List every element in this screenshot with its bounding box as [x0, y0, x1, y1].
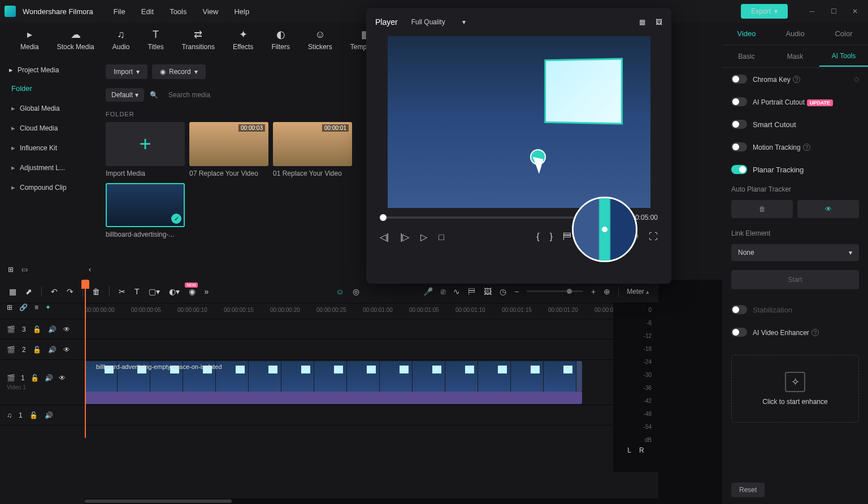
- lock-icon[interactable]: 🔓: [33, 346, 41, 354]
- billboard-region[interactable]: [544, 58, 623, 125]
- undo-icon[interactable]: ↶: [51, 287, 58, 296]
- thumb-import[interactable]: + Import Media: [106, 122, 185, 177]
- tab-titles[interactable]: TTitles: [138, 26, 172, 53]
- layers-icon[interactable]: ≡: [34, 303, 38, 311]
- mark-out-button[interactable]: }: [550, 232, 553, 242]
- tab-filters[interactable]: ◐Filters: [262, 26, 299, 53]
- export-button[interactable]: Export▾: [741, 4, 788, 19]
- menu-file[interactable]: File: [107, 5, 132, 18]
- props-tab-video[interactable]: Video: [722, 24, 771, 44]
- player-tab[interactable]: Player: [375, 18, 398, 27]
- sidebar-item-folder[interactable]: Folder: [0, 79, 99, 98]
- mixer-icon[interactable]: ⎚: [441, 287, 445, 296]
- enhance-box[interactable]: ✧ Click to start enhance: [731, 355, 859, 423]
- player-scrubber[interactable]: [380, 216, 587, 219]
- thumb-billboard[interactable]: ✓ billboard-advertising-...: [106, 183, 185, 238]
- sidebar-item-adjustment[interactable]: ▸ Adjustment L...: [0, 158, 99, 177]
- fit-icon[interactable]: ⊕: [604, 287, 610, 296]
- eye-icon[interactable]: 👁: [59, 374, 66, 382]
- mute-icon[interactable]: 🔊: [45, 374, 53, 382]
- grid-icon[interactable]: ▦: [639, 18, 645, 26]
- magnet-icon[interactable]: ▦: [9, 287, 16, 296]
- mute-icon[interactable]: 🔊: [48, 346, 57, 354]
- tab-effects[interactable]: ✦Effects: [224, 26, 262, 53]
- motion-tracking-toggle[interactable]: [731, 142, 747, 151]
- fullscreen-button[interactable]: ⛶: [649, 232, 658, 242]
- chroma-key-toggle[interactable]: [731, 75, 747, 84]
- text-tool-icon[interactable]: T: [134, 287, 140, 296]
- subtab-basic[interactable]: Basic: [722, 47, 771, 66]
- info-icon[interactable]: ?: [803, 144, 810, 151]
- select-icon[interactable]: ⬈: [25, 287, 32, 296]
- lock-icon[interactable]: 🔓: [31, 374, 39, 382]
- play-button[interactable]: ▷: [420, 232, 427, 242]
- mic-icon[interactable]: 🎤: [423, 287, 433, 296]
- auto-icon[interactable]: ✦: [45, 303, 51, 311]
- sort-dropdown[interactable]: Default ▾: [106, 88, 144, 102]
- planar-tracking-toggle[interactable]: [731, 165, 747, 174]
- info-icon[interactable]: ?: [793, 76, 800, 83]
- import-button[interactable]: Import ▾: [106, 64, 147, 79]
- thumb-video-07[interactable]: 00:00:03 07 Replace Your Video: [189, 122, 268, 177]
- subtab-ai-tools[interactable]: AI Tools: [819, 46, 868, 67]
- lock-icon[interactable]: 🔓: [29, 411, 38, 419]
- sidebar-item-influence[interactable]: ▸ Influence Kit: [0, 138, 99, 158]
- minimize-button[interactable]: ─: [804, 3, 821, 20]
- timeline-ruler[interactable]: ⊞ 🔗 ≡ ✦ 00:00:00:0000:00:00:0500:00:00:1…: [0, 303, 658, 319]
- close-button[interactable]: ✕: [847, 3, 863, 20]
- prev-frame-button[interactable]: ◁|: [380, 232, 389, 242]
- record-button[interactable]: ◉ Record ▾: [152, 64, 206, 79]
- wave-icon[interactable]: ∿: [453, 287, 460, 296]
- audio-clip[interactable]: [85, 392, 582, 404]
- next-frame-button[interactable]: |▷: [400, 232, 409, 242]
- zoom-out-icon[interactable]: −: [514, 287, 519, 296]
- crop-icon[interactable]: ▢▾: [149, 287, 160, 296]
- maximize-button[interactable]: ☐: [825, 3, 842, 20]
- stop-button[interactable]: □: [439, 232, 444, 242]
- split-icon[interactable]: ✂: [119, 287, 125, 296]
- menu-view[interactable]: View: [196, 5, 225, 18]
- timeline-scrollbar[interactable]: [85, 498, 658, 504]
- link-icon[interactable]: 🔗: [19, 303, 28, 311]
- menu-edit[interactable]: Edit: [134, 5, 160, 18]
- subtab-mask[interactable]: Mask: [771, 47, 819, 66]
- link-element-dropdown[interactable]: None▾: [731, 244, 859, 261]
- menu-tools[interactable]: Tools: [163, 5, 193, 18]
- image-icon[interactable]: 🖼: [484, 287, 492, 296]
- show-tracker-button[interactable]: 👁: [797, 200, 859, 218]
- folder-icon[interactable]: ▭: [21, 266, 28, 273]
- sidebar-item-compound[interactable]: ▸ Compound Clip: [0, 177, 99, 197]
- smart-cutout-toggle[interactable]: [731, 120, 747, 129]
- video-clip[interactable]: billboard-advertising-empty-space-on-iso…: [85, 361, 582, 392]
- marker-tool-icon[interactable]: ⛿: [468, 287, 476, 296]
- props-tab-color[interactable]: Color: [819, 24, 868, 44]
- menu-help[interactable]: Help: [227, 5, 256, 18]
- speed-icon[interactable]: ◐▾: [169, 287, 180, 296]
- thumb-video-01[interactable]: 00:00:01 01 Replace Your Video: [273, 122, 352, 177]
- snapshot-icon[interactable]: 🖼: [656, 18, 662, 26]
- mark-in-button[interactable]: {: [536, 232, 539, 242]
- clock-icon[interactable]: ◷: [500, 287, 506, 296]
- tab-stickers[interactable]: ☺Stickers: [299, 26, 341, 53]
- zoom-slider[interactable]: [527, 290, 583, 292]
- tab-media[interactable]: ▸Media: [11, 26, 48, 53]
- add-track-icon[interactable]: ⊞: [7, 303, 12, 311]
- info-icon[interactable]: ?: [811, 329, 819, 336]
- sidebar-item-global[interactable]: ▸ Global Media: [0, 98, 99, 118]
- new-folder-icon[interactable]: ⊞: [8, 266, 14, 273]
- circle-icon[interactable]: ◎: [353, 287, 359, 296]
- collapse-icon[interactable]: ‹: [89, 266, 91, 273]
- stabilization-toggle[interactable]: [731, 305, 747, 314]
- meter-label[interactable]: Meter ▴: [627, 288, 649, 296]
- lock-icon[interactable]: 🔓: [33, 325, 41, 333]
- color-icon[interactable]: ◉NEW: [189, 287, 196, 296]
- more-tools-icon[interactable]: »: [205, 287, 209, 296]
- video-preview[interactable]: [388, 36, 650, 208]
- zoom-in-icon[interactable]: +: [591, 287, 596, 296]
- tab-stock-media[interactable]: ☁Stock Media: [48, 26, 103, 53]
- eye-icon[interactable]: 👁: [63, 346, 70, 354]
- playhead[interactable]: [85, 280, 86, 438]
- tab-audio[interactable]: ♫Audio: [103, 26, 139, 53]
- portrait-cutout-toggle[interactable]: [731, 97, 747, 106]
- start-button[interactable]: Start: [731, 270, 859, 289]
